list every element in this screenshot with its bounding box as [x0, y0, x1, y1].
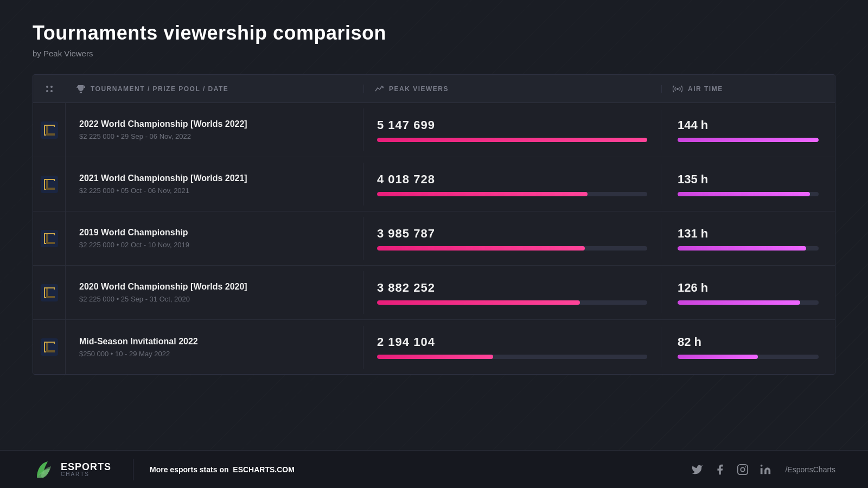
air-time-bar-bg: [678, 138, 819, 142]
air-time-cell: 131 h: [661, 219, 835, 259]
facebook-icon[interactable]: [714, 464, 726, 476]
table-row: 2019 World Championship $2 225 000 • 02 …: [33, 211, 835, 266]
header-tournament: TOURNAMENT / PRIZE POOL / DATE: [66, 85, 363, 93]
air-time-bar-bg: [678, 355, 819, 359]
page-subtitle: by Peak Viewers: [33, 49, 835, 58]
lol-game-icon: [41, 284, 58, 301]
lol-game-icon: [41, 338, 58, 356]
peak-viewers-number: 4 018 728: [377, 172, 647, 187]
air-time-number: 144 h: [678, 118, 819, 132]
air-time-bar-fill: [678, 192, 810, 196]
air-time-cell: 135 h: [661, 164, 835, 204]
tournament-name: Mid-Season Invitational 2022: [79, 337, 349, 346]
row-icon: [33, 211, 66, 265]
footer: ESPORTS CHARTS More esports stats on ESC…: [0, 450, 868, 488]
air-time-number: 135 h: [678, 172, 819, 187]
tournament-name: 2019 World Championship: [79, 228, 349, 237]
peak-viewers-cell: 3 985 787: [363, 219, 661, 259]
svg-rect-10: [41, 338, 58, 356]
svg-point-0: [46, 86, 48, 88]
row-icon: [33, 157, 66, 211]
sort-icon-cell[interactable]: [33, 84, 66, 94]
svg-rect-9: [41, 284, 58, 301]
logo: ESPORTS CHARTS: [33, 459, 111, 480]
linkedin-icon[interactable]: [760, 464, 771, 476]
peak-viewers-number: 5 147 699: [377, 118, 647, 132]
twitter-icon[interactable]: [691, 464, 703, 476]
peak-viewers-bar-fill: [377, 192, 588, 196]
footer-handle: /EsportsCharts: [785, 465, 835, 474]
tournament-name: 2020 World Championship [Worlds 2020]: [79, 282, 349, 292]
tournament-info: Mid-Season Invitational 2022 $250 000 • …: [66, 326, 363, 369]
peak-viewers-bar-bg: [377, 355, 647, 359]
svg-rect-7: [41, 176, 58, 193]
tournament-meta: $2 225 000 • 02 Oct - 10 Nov, 2019: [79, 241, 349, 249]
page-title: Tournaments viewership comparison: [33, 22, 835, 44]
air-time-cell: 126 h: [661, 273, 835, 313]
table-body: 2022 World Championship [Worlds 2022] $2…: [33, 103, 835, 374]
svg-point-3: [50, 90, 53, 92]
svg-rect-6: [41, 121, 58, 139]
peak-viewers-bar-fill: [377, 246, 585, 251]
peak-viewers-bar-fill: [377, 138, 647, 142]
air-time-number: 82 h: [678, 335, 819, 349]
peak-viewers-cell: 4 018 728: [363, 164, 661, 204]
row-icon: [33, 320, 66, 374]
peak-viewers-number: 3 882 252: [377, 281, 647, 295]
row-icon: [33, 103, 66, 157]
tournament-name: 2021 World Championship [Worlds 2021]: [79, 174, 349, 183]
lol-game-icon: [41, 230, 58, 247]
tournament-meta: $2 225 000 • 29 Sep - 06 Nov, 2022: [79, 132, 349, 140]
lol-game-icon: [41, 121, 58, 139]
air-time-bar-fill: [678, 355, 758, 359]
svg-rect-11: [738, 464, 748, 474]
peak-viewers-bar-bg: [377, 192, 647, 196]
header-peak-viewers: PEAK VIEWERS: [363, 85, 661, 93]
tournament-info: 2021 World Championship [Worlds 2021] $2…: [66, 163, 363, 206]
tournament-meta: $2 225 000 • 25 Sep - 31 Oct, 2020: [79, 295, 349, 303]
svg-point-5: [676, 88, 679, 90]
air-time-number: 126 h: [678, 281, 819, 295]
svg-rect-8: [41, 230, 58, 247]
svg-point-2: [46, 90, 48, 92]
air-time-cell: 82 h: [661, 327, 835, 367]
air-time-bar-fill: [678, 246, 806, 251]
air-time-number: 131 h: [678, 227, 819, 241]
svg-point-1: [50, 86, 53, 88]
svg-point-12: [741, 467, 745, 471]
footer-divider: [133, 459, 133, 480]
viewership-table: TOURNAMENT / PRIZE POOL / DATE PEAK VIEW…: [33, 74, 835, 375]
peak-viewers-bar-bg: [377, 300, 647, 305]
peak-viewers-bar-bg: [377, 246, 647, 251]
tournament-name: 2022 World Championship [Worlds 2022]: [79, 119, 349, 129]
peak-viewers-cell: 2 194 104: [363, 327, 661, 367]
tournament-info: 2022 World Championship [Worlds 2022] $2…: [66, 108, 363, 151]
air-time-bar-fill: [678, 138, 819, 142]
sort-icon: [44, 84, 54, 94]
tournament-meta: $2 225 000 • 05 Oct - 06 Nov, 2021: [79, 187, 349, 195]
peak-viewers-bar-fill: [377, 355, 493, 359]
tournament-info: 2020 World Championship [Worlds 2020] $2…: [66, 271, 363, 314]
peak-viewers-number: 2 194 104: [377, 335, 647, 349]
footer-promo: More esports stats on ESCHARTS.COM: [150, 465, 691, 474]
air-time-bar-bg: [678, 300, 819, 305]
air-time-bar-fill: [678, 300, 800, 305]
peak-viewers-bar-fill: [377, 300, 580, 305]
peak-viewers-number: 3 985 787: [377, 227, 647, 241]
air-time-cell: 144 h: [661, 110, 835, 150]
esports-charts-logo-icon: [33, 459, 54, 480]
tournament-meta: $250 000 • 10 - 29 May 2022: [79, 350, 349, 358]
table-row: Mid-Season Invitational 2022 $250 000 • …: [33, 320, 835, 374]
logo-text: ESPORTS CHARTS: [61, 462, 111, 477]
row-icon: [33, 266, 66, 319]
air-time-bar-bg: [678, 192, 819, 196]
instagram-icon[interactable]: [737, 464, 749, 476]
chart-icon: [375, 85, 384, 93]
peak-viewers-cell: 3 882 252: [363, 273, 661, 313]
header-air-time: AIR TIME: [661, 85, 835, 93]
table-row: 2022 World Championship [Worlds 2022] $2…: [33, 103, 835, 157]
air-time-bar-bg: [678, 246, 819, 251]
table-row: 2021 World Championship [Worlds 2021] $2…: [33, 157, 835, 211]
footer-social: /EsportsCharts: [691, 464, 835, 476]
table-header: TOURNAMENT / PRIZE POOL / DATE PEAK VIEW…: [33, 75, 835, 103]
